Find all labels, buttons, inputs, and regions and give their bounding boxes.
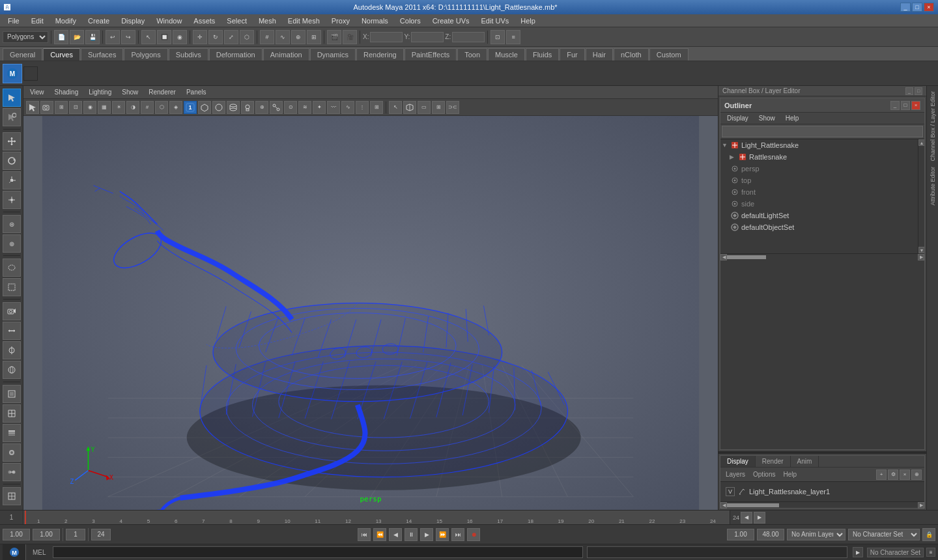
vp-markers-btn[interactable]: ◈ [169, 101, 182, 114]
status-arrow-btn[interactable]: ▶ [853, 547, 863, 557]
transport-current-frame[interactable] [33, 529, 60, 540]
tree-item-light-rattlesnake[interactable]: ▼ Light_Rattlesnake [720, 139, 918, 151]
menu-create-uvs[interactable]: Create UVs [427, 16, 475, 26]
status-right-btn[interactable]: ≡ [926, 548, 935, 557]
outliner-hscroll-thumb[interactable] [727, 255, 766, 259]
shelf-tab-curves[interactable]: Curves [43, 48, 80, 61]
menu-modify[interactable]: Modify [50, 16, 81, 26]
soft-mod-btn[interactable]: ⊛ [3, 215, 21, 233]
panel-divider[interactable] [718, 451, 926, 454]
vp-lighting-btn[interactable]: ☀ [112, 101, 125, 114]
vp-deformers-btn[interactable]: ≋ [298, 101, 311, 114]
vp-scene-btn[interactable]: ⊞ [432, 101, 445, 114]
command-line-input[interactable] [53, 546, 583, 558]
new-scene-btn[interactable]: 📄 [54, 30, 68, 44]
outliner-hscroll-right[interactable]: ▶ [918, 254, 924, 260]
marquee-btn[interactable] [3, 278, 21, 296]
lasso-select-btn[interactable] [3, 259, 21, 277]
paint-select-btn[interactable] [3, 108, 21, 126]
menu-display[interactable]: Display [116, 16, 150, 26]
shelf-tab-surfaces[interactable]: Surfaces [81, 48, 123, 61]
layer-new-btn[interactable]: + [876, 469, 887, 480]
tree-item-defaultobjectset[interactable]: defaultObjectSet [720, 221, 918, 233]
x-coord-input[interactable] [370, 32, 403, 42]
shelf-tab-rendering[interactable]: Rendering [356, 48, 404, 61]
outliner-restore-btn[interactable]: □ [901, 101, 910, 110]
shelf-tab-subdivs[interactable]: Subdivs [169, 48, 208, 61]
menu-window[interactable]: Window [151, 16, 187, 26]
outliner-menu-display[interactable]: Display [723, 114, 752, 122]
undo-btn[interactable]: ↩ [106, 30, 120, 44]
vp-connection-btn[interactable]: ⊃⊂ [446, 101, 459, 114]
vp-arrow-btn[interactable]: ↖ [389, 101, 402, 114]
vp-plane-btn[interactable]: ▭ [418, 101, 431, 114]
shelf-tab-fluids[interactable]: Fluids [526, 48, 559, 61]
outliner-close-btn[interactable]: × [911, 101, 920, 110]
shelf-tab-fur[interactable]: Fur [560, 48, 585, 61]
shelf-tab-toon[interactable]: Toon [457, 48, 487, 61]
paint-btn[interactable]: ◉ [173, 30, 187, 44]
vp-textured-btn[interactable]: ▦ [98, 101, 111, 114]
outliner-scroll-track[interactable] [918, 146, 924, 247]
cb-options-label[interactable]: Options [750, 470, 778, 479]
transport-lock-btn[interactable]: 🔒 [922, 528, 935, 541]
vp-joints-btn[interactable] [270, 101, 283, 114]
outliner-hscroll-left[interactable]: ◀ [720, 254, 727, 260]
lasso-btn[interactable]: 🔲 [157, 30, 171, 44]
shelf-tab-animation[interactable]: Animation [263, 48, 309, 61]
mode-select[interactable]: Polygons Surfaces Dynamics Rendering Ani… [3, 31, 48, 43]
outliner-minimize-btn[interactable]: _ [890, 101, 900, 110]
render-region-btn[interactable] [3, 385, 21, 403]
shelf-tab-hair[interactable]: Hair [586, 48, 613, 61]
menu-edit[interactable]: Edit [26, 16, 49, 26]
vp-menu-show[interactable]: Show [118, 87, 142, 97]
minimize-button[interactable]: _ [900, 3, 911, 12]
shelf-icon-1[interactable] [23, 66, 38, 81]
tree-item-front[interactable]: front [720, 186, 918, 198]
snap-point-btn[interactable]: ⊕ [291, 30, 306, 44]
transport-frame-input[interactable] [66, 529, 85, 540]
z-coord-input[interactable] [452, 32, 485, 42]
move-btn[interactable]: ✛ [193, 30, 207, 44]
vp-hair-btn[interactable]: ∿ [341, 101, 354, 114]
transport-go-start[interactable]: ⏮ [358, 528, 371, 541]
shelf-tab-painteffects[interactable]: PaintEffects [405, 48, 457, 61]
tree-item-side[interactable]: side [720, 198, 918, 210]
menu-colors[interactable]: Colors [395, 16, 426, 26]
vp-follicles-btn[interactable]: ⋮ [356, 101, 369, 114]
menu-normals[interactable]: Normals [356, 16, 393, 26]
transport-record[interactable]: ⏺ [467, 528, 480, 541]
layout-btn[interactable]: ⊡ [490, 30, 505, 44]
transport-play-back[interactable]: ◀ [389, 528, 402, 541]
menu-mesh[interactable]: Mesh [253, 16, 281, 26]
vp-ik-btn[interactable]: ⊙ [284, 101, 297, 114]
tree-item-top[interactable]: top [720, 175, 918, 186]
vp-menu-shading[interactable]: Shading [51, 87, 83, 97]
scale-tool-btn[interactable] [3, 171, 21, 189]
outliner-scroll-up[interactable]: ▲ [918, 139, 924, 146]
transport-range-start[interactable] [727, 529, 754, 540]
snap-view-btn[interactable]: ⊞ [307, 30, 321, 44]
edge-label-channelbox[interactable]: Channel Box / Layer Editor [928, 89, 937, 164]
channel-btn[interactable]: ≡ [506, 30, 520, 44]
transport-play-fwd[interactable]: ▶ [420, 528, 433, 541]
layer-delete-btn[interactable]: × [900, 469, 910, 480]
outliner-menu-help[interactable]: Help [782, 114, 803, 122]
snap-grid-btn[interactable]: # [260, 30, 274, 44]
menu-create[interactable]: Create [83, 16, 115, 26]
menu-edit-mesh[interactable]: Edit Mesh [283, 16, 325, 26]
vp-smooth-btn[interactable]: ◉ [83, 101, 96, 114]
vp-res-1-btn[interactable]: 1 [184, 101, 197, 114]
transport-start-frame[interactable] [3, 529, 30, 540]
layer-hscroll[interactable]: ◀ ▶ [720, 501, 924, 508]
menu-proxy[interactable]: Proxy [326, 16, 355, 26]
shelf-tab-deformation[interactable]: Deformation [209, 48, 263, 61]
tl-right-arrow-right[interactable]: ▶ [754, 512, 765, 524]
transport-go-end[interactable]: ⏭ [451, 528, 464, 541]
vp-cam-display-btn[interactable]: ⊕ [255, 101, 268, 114]
maximize-button[interactable]: □ [912, 3, 922, 12]
layer-options-btn[interactable]: ⚙ [888, 469, 898, 480]
render-btn[interactable]: 🎬 [327, 30, 341, 44]
hypershade-btn[interactable] [3, 443, 21, 462]
layers-btn[interactable] [3, 424, 21, 442]
